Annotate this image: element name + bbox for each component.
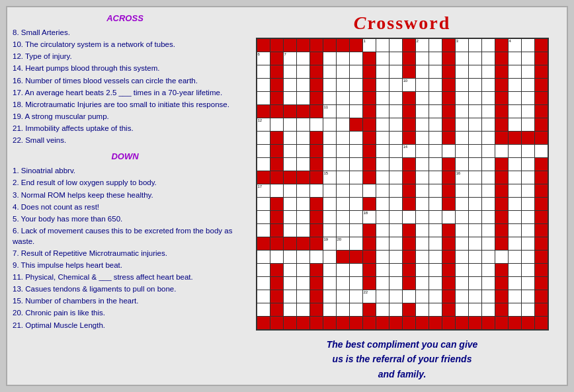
grid-cell[interactable] bbox=[349, 118, 362, 132]
grid-cell[interactable] bbox=[270, 198, 283, 211]
grid-cell[interactable] bbox=[481, 184, 495, 198]
grid-cell[interactable] bbox=[402, 39, 415, 52]
grid-cell[interactable] bbox=[534, 171, 548, 184]
grid-cell[interactable] bbox=[376, 277, 389, 290]
grid-cell[interactable] bbox=[257, 290, 270, 303]
grid-cell[interactable] bbox=[336, 184, 349, 198]
grid-cell[interactable] bbox=[376, 65, 389, 79]
grid-cell[interactable] bbox=[442, 65, 455, 79]
grid-cell[interactable] bbox=[508, 224, 521, 237]
grid-cell[interactable] bbox=[362, 251, 376, 264]
grid-cell[interactable] bbox=[309, 118, 323, 132]
grid-cell[interactable] bbox=[336, 65, 349, 79]
grid-cell[interactable] bbox=[257, 303, 270, 317]
grid-cell[interactable] bbox=[309, 251, 323, 264]
grid-cell[interactable] bbox=[376, 171, 389, 184]
grid-cell[interactable] bbox=[495, 211, 508, 224]
grid-cell[interactable] bbox=[270, 171, 283, 184]
grid-cell[interactable] bbox=[389, 184, 402, 198]
grid-cell[interactable] bbox=[468, 303, 481, 317]
grid-cell[interactable] bbox=[283, 303, 296, 317]
grid-cell[interactable] bbox=[402, 118, 415, 132]
grid-cell[interactable]: 6 bbox=[257, 52, 270, 65]
grid-cell[interactable] bbox=[362, 198, 376, 211]
grid-cell[interactable] bbox=[508, 171, 521, 184]
grid-cell[interactable] bbox=[415, 105, 429, 118]
grid-cell[interactable] bbox=[349, 158, 362, 171]
grid-cell[interactable] bbox=[508, 52, 521, 65]
grid-cell[interactable] bbox=[402, 198, 415, 211]
grid-cell[interactable] bbox=[455, 264, 468, 277]
grid-cell[interactable] bbox=[296, 198, 309, 211]
grid-cell[interactable] bbox=[296, 92, 309, 105]
grid-cell[interactable] bbox=[521, 198, 534, 211]
grid-cell[interactable] bbox=[508, 158, 521, 171]
grid-cell[interactable] bbox=[534, 317, 548, 330]
grid-cell[interactable] bbox=[442, 171, 455, 184]
grid-cell[interactable] bbox=[296, 264, 309, 277]
grid-cell[interactable] bbox=[257, 158, 270, 171]
grid-cell[interactable] bbox=[323, 264, 336, 277]
grid-cell[interactable] bbox=[481, 39, 495, 52]
grid-cell[interactable] bbox=[521, 132, 534, 145]
grid-cell[interactable] bbox=[429, 198, 442, 211]
grid-cell[interactable] bbox=[508, 79, 521, 92]
grid-cell[interactable] bbox=[495, 303, 508, 317]
grid-cell[interactable] bbox=[336, 145, 349, 158]
grid-cell[interactable] bbox=[257, 224, 270, 237]
grid-cell[interactable] bbox=[376, 79, 389, 92]
grid-cell[interactable] bbox=[376, 92, 389, 105]
grid-cell[interactable] bbox=[521, 224, 534, 237]
grid-cell[interactable] bbox=[429, 303, 442, 317]
grid-cell[interactable] bbox=[389, 224, 402, 237]
grid-cell[interactable] bbox=[481, 251, 495, 264]
grid-cell[interactable] bbox=[349, 132, 362, 145]
grid-cell[interactable] bbox=[270, 79, 283, 92]
grid-cell[interactable] bbox=[534, 237, 548, 251]
grid-cell[interactable] bbox=[429, 52, 442, 65]
grid-cell[interactable] bbox=[455, 237, 468, 251]
grid-cell[interactable] bbox=[468, 52, 481, 65]
grid-cell[interactable] bbox=[442, 237, 455, 251]
grid-cell[interactable] bbox=[309, 224, 323, 237]
grid-cell[interactable] bbox=[270, 317, 283, 330]
grid-cell[interactable] bbox=[296, 251, 309, 264]
grid-cell[interactable] bbox=[495, 237, 508, 251]
grid-cell[interactable] bbox=[296, 184, 309, 198]
grid-cell[interactable] bbox=[495, 184, 508, 198]
grid-cell[interactable] bbox=[415, 132, 429, 145]
grid-cell[interactable] bbox=[323, 317, 336, 330]
grid-cell[interactable] bbox=[468, 92, 481, 105]
grid-cell[interactable] bbox=[534, 303, 548, 317]
grid-cell[interactable] bbox=[283, 290, 296, 303]
grid-cell[interactable] bbox=[283, 317, 296, 330]
grid-cell[interactable] bbox=[349, 65, 362, 79]
grid-cell[interactable]: 12 bbox=[257, 118, 270, 132]
grid-cell[interactable] bbox=[415, 264, 429, 277]
grid-cell[interactable] bbox=[455, 290, 468, 303]
grid-cell[interactable] bbox=[257, 317, 270, 330]
grid-cell[interactable] bbox=[376, 264, 389, 277]
grid-cell[interactable] bbox=[415, 145, 429, 158]
grid-cell[interactable] bbox=[468, 277, 481, 290]
grid-cell[interactable] bbox=[455, 184, 468, 198]
grid-cell[interactable] bbox=[309, 198, 323, 211]
grid-cell[interactable] bbox=[521, 290, 534, 303]
grid-cell[interactable] bbox=[442, 224, 455, 237]
grid-cell[interactable]: 3 bbox=[455, 39, 468, 52]
grid-cell[interactable] bbox=[336, 132, 349, 145]
grid-cell[interactable] bbox=[521, 171, 534, 184]
grid-cell[interactable] bbox=[309, 237, 323, 251]
grid-cell[interactable] bbox=[429, 118, 442, 132]
grid-cell[interactable] bbox=[296, 303, 309, 317]
grid-cell[interactable] bbox=[455, 105, 468, 118]
grid-cell[interactable] bbox=[349, 290, 362, 303]
grid-cell[interactable] bbox=[336, 317, 349, 330]
grid-cell[interactable] bbox=[336, 198, 349, 211]
grid-cell[interactable] bbox=[362, 224, 376, 237]
grid-cell[interactable] bbox=[376, 211, 389, 224]
grid-cell[interactable]: 10 bbox=[402, 79, 415, 92]
grid-cell[interactable] bbox=[389, 317, 402, 330]
grid-cell[interactable] bbox=[442, 105, 455, 118]
grid-cell[interactable] bbox=[349, 184, 362, 198]
